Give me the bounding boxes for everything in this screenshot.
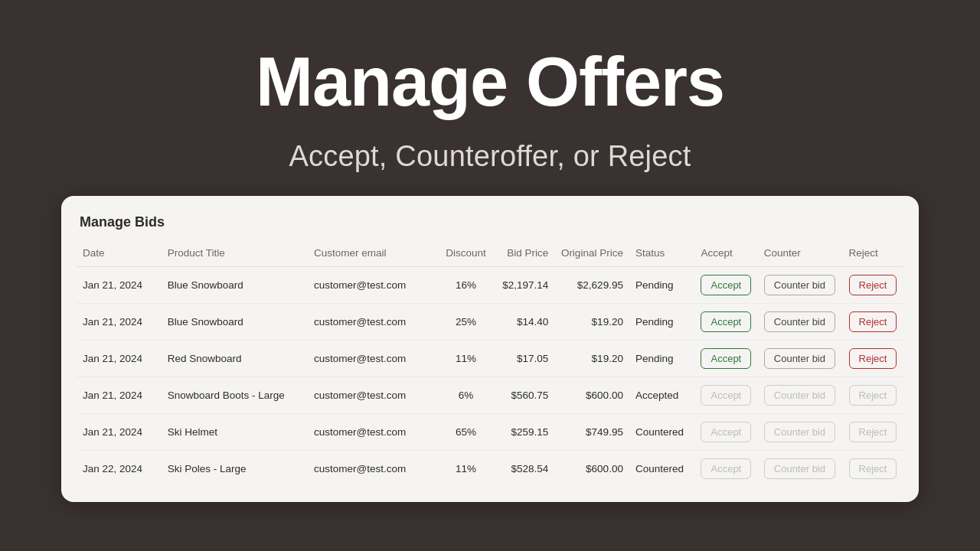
- cell-bid-price: $17.05: [493, 340, 555, 377]
- cell-reject-action: Reject: [843, 413, 903, 450]
- cell-discount: 25%: [439, 303, 492, 340]
- page-title: Manage Offers: [256, 46, 724, 119]
- cell-reject-action[interactable]: Reject: [843, 340, 903, 377]
- accept-button[interactable]: Accept: [701, 311, 751, 332]
- cell-original-price: $600.00: [554, 450, 629, 487]
- cell-product: Snowboard Boots - Large: [162, 377, 308, 413]
- cell-original-price: $2,629.95: [554, 266, 629, 303]
- cell-reject-action: Reject: [843, 377, 903, 413]
- cell-date: Jan 21, 2024: [77, 266, 162, 303]
- col-header-accept: Accept: [694, 243, 757, 267]
- cell-accept-action: Accept: [694, 377, 757, 413]
- cell-discount: 6%: [439, 377, 492, 413]
- cell-discount: 11%: [439, 340, 492, 377]
- cell-reject-action[interactable]: Reject: [843, 303, 903, 340]
- table-row: Jan 22, 2024 Ski Poles - Large customer@…: [77, 450, 903, 487]
- page-subtitle: Accept, Counteroffer, or Reject: [256, 140, 724, 173]
- cell-accept-action[interactable]: Accept: [694, 340, 757, 377]
- counter-bid-button[interactable]: Counter bid: [764, 275, 835, 295]
- cell-counter-action[interactable]: Counter bid: [758, 340, 843, 377]
- cell-bid-price: $2,197.14: [493, 266, 555, 303]
- cell-product: Ski Poles - Large: [162, 450, 308, 487]
- bids-table-container: Manage Bids Date Product Title Customer …: [61, 196, 919, 502]
- reject-button[interactable]: Reject: [849, 348, 897, 369]
- cell-date: Jan 21, 2024: [77, 377, 162, 413]
- cell-status: Pending: [629, 266, 695, 303]
- cell-reject-action[interactable]: Reject: [843, 266, 903, 303]
- cell-accept-action[interactable]: Accept: [694, 266, 757, 303]
- counter-bid-button[interactable]: Counter bid: [764, 348, 835, 369]
- cell-status: Pending: [629, 303, 695, 340]
- col-header-email: Customer email: [308, 243, 439, 267]
- cell-bid-price: $560.75: [493, 377, 555, 413]
- table-row: Jan 21, 2024 Snowboard Boots - Large cus…: [77, 377, 903, 413]
- cell-counter-action: Counter bid: [758, 377, 843, 413]
- cell-bid-price: $259.15: [493, 413, 555, 450]
- cell-status: Countered: [629, 450, 695, 487]
- cell-counter-action: Counter bid: [758, 413, 843, 450]
- reject-button[interactable]: Reject: [849, 311, 897, 332]
- col-header-discount: Discount: [439, 243, 492, 267]
- cell-accept-action: Accept: [694, 413, 757, 450]
- table-row: Jan 21, 2024 Red Snowboard customer@test…: [77, 340, 903, 377]
- hero-section: Manage Offers Accept, Counteroffer, or R…: [256, 0, 724, 173]
- cell-product: Blue Snowboard: [162, 266, 308, 303]
- accept-button: Accept: [701, 385, 751, 406]
- reject-button: Reject: [849, 458, 897, 479]
- reject-button: Reject: [849, 422, 897, 442]
- cell-original-price: $749.95: [554, 413, 629, 450]
- cell-product: Blue Snowboard: [162, 303, 308, 340]
- cell-discount: 11%: [439, 450, 492, 487]
- cell-product: Red Snowboard: [162, 340, 308, 377]
- cell-counter-action[interactable]: Counter bid: [758, 266, 843, 303]
- col-header-status: Status: [629, 243, 695, 267]
- table-row: Jan 21, 2024 Ski Helmet customer@test.co…: [77, 413, 903, 450]
- cell-email: customer@test.com: [308, 377, 439, 413]
- cell-original-price: $19.20: [554, 303, 629, 340]
- cell-product: Ski Helmet: [162, 413, 308, 450]
- counter-bid-button: Counter bid: [764, 422, 835, 442]
- col-header-product: Product Title: [162, 243, 308, 267]
- accept-button[interactable]: Accept: [701, 275, 751, 295]
- cell-status: Pending: [629, 340, 695, 377]
- counter-bid-button: Counter bid: [764, 385, 835, 406]
- col-header-counter: Counter: [758, 243, 843, 267]
- accept-button[interactable]: Accept: [701, 348, 751, 369]
- cell-date: Jan 21, 2024: [77, 413, 162, 450]
- cell-bid-price: $14.40: [493, 303, 555, 340]
- table-row: Jan 21, 2024 Blue Snowboard customer@tes…: [77, 303, 903, 340]
- col-header-date: Date: [77, 243, 162, 267]
- cell-original-price: $19.20: [554, 340, 629, 377]
- col-header-bid-price: Bid Price: [493, 243, 555, 267]
- reject-button[interactable]: Reject: [849, 275, 897, 295]
- cell-counter-action[interactable]: Counter bid: [758, 303, 843, 340]
- table-row: Jan 21, 2024 Blue Snowboard customer@tes…: [77, 266, 903, 303]
- cell-discount: 65%: [439, 413, 492, 450]
- bids-table: Date Product Title Customer email Discou…: [77, 243, 903, 487]
- cell-discount: 16%: [439, 266, 492, 303]
- cell-status: Countered: [629, 413, 695, 450]
- cell-accept-action: Accept: [694, 450, 757, 487]
- cell-email: customer@test.com: [308, 303, 439, 340]
- cell-date: Jan 21, 2024: [77, 340, 162, 377]
- cell-date: Jan 22, 2024: [77, 450, 162, 487]
- cell-counter-action: Counter bid: [758, 450, 843, 487]
- counter-bid-button: Counter bid: [764, 458, 835, 479]
- accept-button: Accept: [701, 458, 751, 479]
- cell-accept-action[interactable]: Accept: [694, 303, 757, 340]
- counter-bid-button[interactable]: Counter bid: [764, 311, 835, 332]
- col-header-reject: Reject: [843, 243, 903, 267]
- cell-email: customer@test.com: [308, 413, 439, 450]
- reject-button: Reject: [849, 385, 897, 406]
- cell-original-price: $600.00: [554, 377, 629, 413]
- cell-bid-price: $528.54: [493, 450, 555, 487]
- cell-email: customer@test.com: [308, 450, 439, 487]
- cell-status: Accepted: [629, 377, 695, 413]
- cell-reject-action: Reject: [843, 450, 903, 487]
- col-header-original-price: Original Price: [554, 243, 629, 267]
- cell-date: Jan 21, 2024: [77, 303, 162, 340]
- table-heading: Manage Bids: [77, 214, 903, 230]
- cell-email: customer@test.com: [308, 266, 439, 303]
- accept-button: Accept: [701, 422, 751, 442]
- cell-email: customer@test.com: [308, 340, 439, 377]
